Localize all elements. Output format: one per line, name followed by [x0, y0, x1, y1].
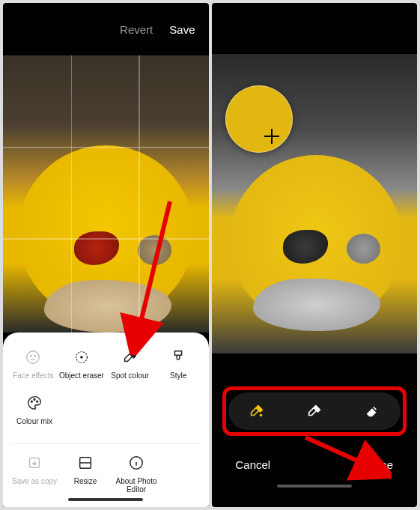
info-icon — [127, 453, 146, 473]
revert-button[interactable]: Revert — [120, 23, 153, 36]
tool-face-effects: Face effects — [10, 347, 56, 380]
tool-label: Save as copy — [12, 477, 57, 485]
home-indicator — [277, 485, 352, 488]
tool-label: Style — [170, 371, 186, 380]
editor-topbar: Revert Save — [3, 3, 209, 55]
palette-icon — [25, 393, 44, 413]
face-icon — [23, 347, 43, 367]
tool-label: Face effects — [13, 371, 53, 380]
tools-row-2: Colour mix — [10, 393, 201, 425]
svg-point-11 — [260, 414, 263, 417]
tools-row-1: Face effects Object eraser Spot colour S… — [10, 347, 201, 380]
crop-grid — [3, 55, 209, 333]
svg-point-0 — [27, 351, 40, 364]
resize-icon — [76, 453, 95, 473]
eyedropper-crosshair[interactable] — [264, 129, 279, 144]
tool-save-as-copy: Save as copy — [10, 453, 58, 494]
tool-colour-mix[interactable]: Colour mix — [10, 393, 58, 425]
tool-spot-colour[interactable]: Spot colour — [107, 347, 153, 380]
save-copy-icon — [25, 453, 44, 473]
eyedropper-active-button[interactable] — [228, 403, 285, 419]
save-button[interactable]: Save — [169, 23, 195, 36]
tool-label: Spot colour — [111, 371, 149, 380]
svg-point-1 — [31, 355, 31, 356]
tool-label: Colour mix — [16, 417, 52, 425]
tool-about[interactable]: About Photo Editor — [112, 453, 160, 494]
home-indicator — [68, 498, 143, 501]
done-button[interactable]: Done — [366, 458, 393, 471]
brush-icon — [168, 347, 188, 367]
tool-style[interactable]: Style — [156, 347, 201, 380]
tools-panel: Face effects Object eraser Spot colour S… — [3, 333, 209, 507]
svg-point-6 — [34, 399, 35, 401]
svg-point-2 — [34, 355, 35, 356]
cancel-button[interactable]: Cancel — [236, 458, 271, 471]
spot-colour-toolbar — [228, 392, 401, 430]
image-preview[interactable] — [212, 54, 418, 353]
eraser-button[interactable] — [344, 403, 401, 419]
tool-resize[interactable]: Resize — [61, 453, 109, 494]
left-screenshot: Revert Save Face effects Object eraser — [3, 3, 209, 507]
tool-label: Object eraser — [59, 371, 104, 380]
colour-loupe — [225, 85, 293, 153]
tool-object-eraser[interactable]: Object eraser — [59, 347, 105, 380]
eyedropper-button[interactable] — [286, 403, 343, 419]
tool-label: Resize — [74, 477, 97, 485]
photo-food — [347, 234, 380, 264]
svg-point-4 — [80, 356, 83, 359]
tool-label: About Photo Editor — [112, 477, 160, 494]
photo-food — [253, 279, 380, 331]
svg-point-7 — [37, 401, 38, 402]
object-eraser-icon — [72, 347, 91, 367]
editor-footer: Cancel Done — [212, 458, 418, 482]
bottom-tools-row: Save as copy Resize About Photo Editor — [10, 443, 201, 494]
right-screenshot: Cancel Done — [212, 3, 418, 507]
svg-point-5 — [31, 401, 32, 402]
image-preview[interactable] — [3, 55, 209, 333]
eyedropper-icon — [121, 347, 140, 367]
